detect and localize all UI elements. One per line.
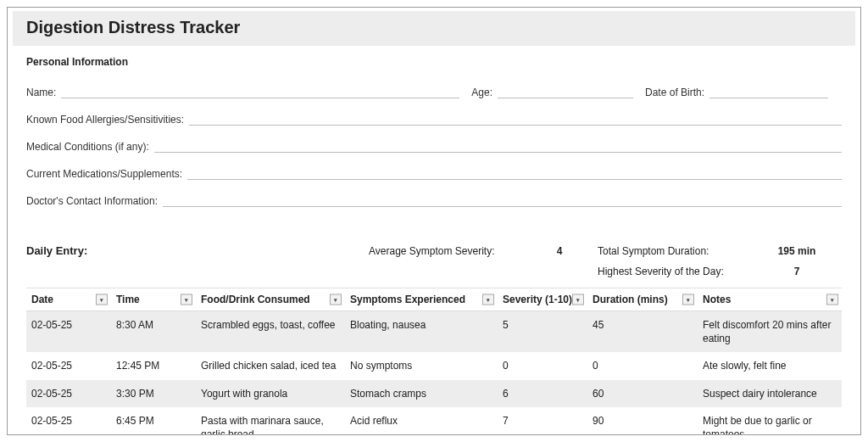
stats-row: Daily Entry: Average Symptom Severity: 4… xyxy=(26,226,842,277)
tracker-frame: Digestion Distress Tracker Personal Info… xyxy=(7,7,861,435)
field-age: Age: xyxy=(471,83,633,98)
field-doctor: Doctor's Contact Information: xyxy=(26,192,842,207)
conditions-input[interactable] xyxy=(154,137,842,153)
medications-input[interactable] xyxy=(187,165,842,180)
col-notes-label: Notes xyxy=(703,294,731,305)
avg-severity-label: Average Symptom Severity: xyxy=(369,245,521,257)
row-name-age-dob: Name: Age: Date of Birth: xyxy=(26,83,842,98)
conditions-label: Medical Conditions (if any): xyxy=(26,141,149,153)
cell-duration: 0 xyxy=(587,352,698,379)
cell-severity: 5 xyxy=(498,311,587,353)
avg-severity-value: 4 xyxy=(521,245,598,257)
cell-food: Grilled chicken salad, iced tea xyxy=(196,352,345,379)
cell-duration: 90 xyxy=(587,407,698,435)
cell-date: 02-05-25 xyxy=(26,380,111,407)
entries-table: Date▾ Time▾ Food/Drink Consumed▾ Symptom… xyxy=(26,288,842,435)
filter-icon[interactable]: ▾ xyxy=(482,294,494,305)
doctor-input[interactable] xyxy=(163,192,842,207)
stats-block: Average Symptom Severity: 4 Total Sympto… xyxy=(369,245,835,277)
row-conditions: Medical Conditions (if any): xyxy=(26,137,842,153)
cell-duration: 60 xyxy=(587,380,698,407)
col-food: Food/Drink Consumed▾ xyxy=(196,288,345,311)
col-time: Time▾ xyxy=(111,288,196,311)
cell-time: 8:30 AM xyxy=(111,311,196,353)
cell-symptoms: Stomach cramps xyxy=(345,380,498,407)
highest-severity-label: Highest Severity of the Day: xyxy=(598,266,759,277)
age-input[interactable] xyxy=(498,83,633,98)
cell-notes: Might be due to garlic or tomatoes xyxy=(698,407,842,435)
col-food-label: Food/Drink Consumed xyxy=(201,294,310,305)
field-name: Name: xyxy=(26,83,459,98)
entries-body: 02-05-25 8:30 AM Scrambled eggs, toast, … xyxy=(26,311,842,436)
field-conditions: Medical Conditions (if any): xyxy=(26,137,842,153)
cell-notes: Ate slowly, felt fine xyxy=(698,352,842,379)
col-date-label: Date xyxy=(31,294,53,305)
dob-label: Date of Birth: xyxy=(645,87,704,98)
age-label: Age: xyxy=(471,87,492,98)
allergies-input[interactable] xyxy=(189,110,842,126)
cell-symptoms: Bloating, nausea xyxy=(345,311,498,353)
cell-severity: 7 xyxy=(498,407,587,435)
row-medications: Current Medications/Supplements: xyxy=(26,165,842,180)
table-row: 02-05-25 3:30 PM Yogurt with granola Sto… xyxy=(26,380,842,407)
field-dob: Date of Birth: xyxy=(645,83,828,98)
filter-icon[interactable]: ▾ xyxy=(682,294,694,305)
cell-notes: Felt discomfort 20 mins after eating xyxy=(698,311,842,353)
col-symptoms: Symptoms Experienced▾ xyxy=(345,288,498,311)
name-input[interactable] xyxy=(61,83,459,98)
doctor-label: Doctor's Contact Information: xyxy=(26,195,158,207)
cell-date: 02-05-25 xyxy=(26,352,111,379)
cell-notes: Suspect dairy intolerance xyxy=(698,380,842,407)
daily-entry-heading: Daily Entry: xyxy=(26,244,357,257)
dob-input[interactable] xyxy=(709,83,828,98)
col-date: Date▾ xyxy=(26,288,111,311)
cell-severity: 0 xyxy=(498,352,587,379)
row-allergies: Known Food Allergies/Sensitivities: xyxy=(26,110,842,126)
col-severity: Severity (1-10)▾ xyxy=(498,288,587,311)
cell-symptoms: No symptoms xyxy=(345,352,498,379)
name-label: Name: xyxy=(26,87,56,98)
table-header-row: Date▾ Time▾ Food/Drink Consumed▾ Symptom… xyxy=(26,288,842,311)
col-symptoms-label: Symptoms Experienced xyxy=(350,294,465,305)
cell-food: Scrambled eggs, toast, coffee xyxy=(196,311,345,353)
filter-icon[interactable]: ▾ xyxy=(96,294,108,305)
table-row: 02-05-25 8:30 AM Scrambled eggs, toast, … xyxy=(26,311,842,353)
cell-time: 12:45 PM xyxy=(111,352,196,379)
page-title: Digestion Distress Tracker xyxy=(13,11,855,46)
cell-symptoms: Acid reflux xyxy=(345,407,498,435)
col-duration: Duration (mins)▾ xyxy=(587,288,698,311)
cell-date: 02-05-25 xyxy=(26,407,111,435)
cell-time: 6:45 PM xyxy=(111,407,196,435)
total-duration-value: 195 min xyxy=(759,245,835,257)
field-allergies: Known Food Allergies/Sensitivities: xyxy=(26,110,842,126)
col-severity-label: Severity (1-10) xyxy=(503,294,572,305)
field-medications: Current Medications/Supplements: xyxy=(26,165,842,180)
filter-icon[interactable]: ▾ xyxy=(330,294,342,305)
highest-severity-value: 7 xyxy=(759,266,835,277)
col-time-label: Time xyxy=(116,294,140,305)
cell-food: Yogurt with granola xyxy=(196,380,345,407)
cell-food: Pasta with marinara sauce, garlic bread xyxy=(196,407,345,435)
cell-time: 3:30 PM xyxy=(111,380,196,407)
personal-info-heading: Personal Information xyxy=(26,56,842,68)
total-duration-label: Total Symptom Duration: xyxy=(598,245,759,257)
meds-label: Current Medications/Supplements: xyxy=(26,168,182,180)
filter-icon[interactable]: ▾ xyxy=(826,294,838,305)
filter-icon[interactable]: ▾ xyxy=(572,294,584,305)
table-row: 02-05-25 12:45 PM Grilled chicken salad,… xyxy=(26,352,842,379)
row-doctor: Doctor's Contact Information: xyxy=(26,192,842,207)
cell-severity: 6 xyxy=(498,380,587,407)
col-notes: Notes▾ xyxy=(698,288,842,311)
cell-duration: 45 xyxy=(587,311,698,353)
allergies-label: Known Food Allergies/Sensitivities: xyxy=(26,114,184,126)
filter-icon[interactable]: ▾ xyxy=(181,294,192,305)
table-row: 02-05-25 6:45 PM Pasta with marinara sau… xyxy=(26,407,842,435)
cell-date: 02-05-25 xyxy=(26,311,111,353)
content-area: Personal Information Name: Age: Date of … xyxy=(13,46,855,435)
col-duration-label: Duration (mins) xyxy=(593,294,668,305)
